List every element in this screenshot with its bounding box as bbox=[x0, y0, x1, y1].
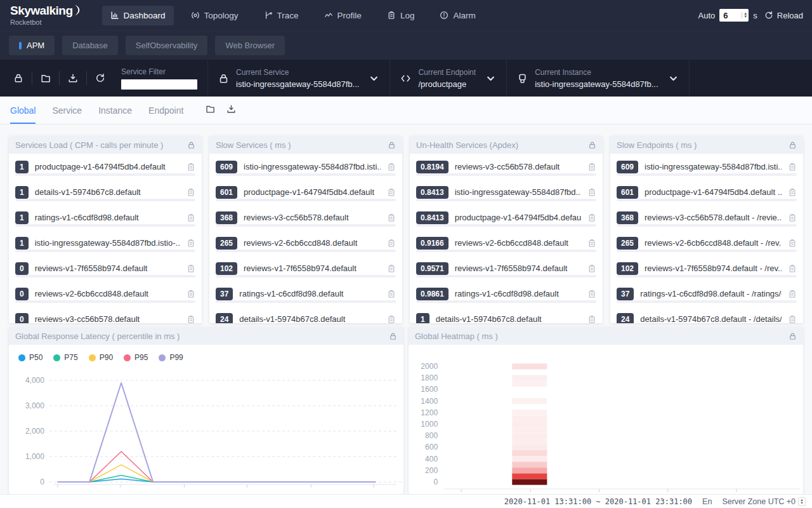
reload-button[interactable]: Reload bbox=[764, 11, 803, 20]
download-icon[interactable] bbox=[60, 73, 86, 83]
legend-p75[interactable]: P75 bbox=[53, 353, 77, 362]
copy-icon[interactable] bbox=[788, 163, 797, 171]
selector-current-instance[interactable]: Current Instanceistio-ingressgateway-558… bbox=[507, 68, 688, 89]
nav-item-dashboard[interactable]: Dashboard bbox=[102, 6, 174, 25]
list-item[interactable]: 24details-v1-5974b67c8.default - /detail… bbox=[617, 306, 797, 323]
list-item[interactable]: 0.9571reviews-v1-7f6558b974.default bbox=[416, 255, 596, 281]
lock-icon[interactable] bbox=[187, 141, 195, 149]
list-item[interactable]: 1ratings-v1-c6cdf8d98.default bbox=[15, 204, 195, 230]
list-item[interactable]: 609istio-ingressgateway-5584d87fbd.isti.… bbox=[617, 154, 797, 179]
copy-icon[interactable] bbox=[187, 315, 195, 324]
module-tab-web-browser[interactable]: Web Browser bbox=[215, 36, 285, 55]
nav-item-alarm[interactable]: Alarm bbox=[431, 6, 483, 25]
copy-icon[interactable] bbox=[788, 315, 797, 324]
list-item[interactable]: 1productpage-v1-64794f5db4.default bbox=[15, 154, 195, 179]
list-item[interactable]: 1istio-ingressgateway-5584d87fbd.istio-.… bbox=[15, 230, 195, 255]
legend-p50[interactable]: P50 bbox=[18, 353, 43, 362]
copy-icon[interactable] bbox=[387, 315, 396, 324]
lock-icon[interactable] bbox=[588, 141, 596, 149]
lock-icon[interactable] bbox=[389, 332, 397, 340]
copy-icon[interactable] bbox=[587, 213, 596, 222]
copy-icon[interactable] bbox=[587, 188, 596, 197]
copy-icon[interactable] bbox=[788, 264, 797, 273]
copy-icon[interactable] bbox=[788, 213, 797, 222]
list-item[interactable]: 0.8413productpage-v1-64794f5db4.default bbox=[416, 204, 596, 230]
copy-icon[interactable] bbox=[587, 163, 596, 171]
list-item[interactable]: 0.9861ratings-v1-c6cdf8d98.default bbox=[416, 281, 596, 306]
selector-current-service[interactable]: Current Serviceistio-ingressgateway-5584… bbox=[208, 68, 390, 89]
module-tab-database[interactable]: Database bbox=[62, 36, 118, 55]
legend-p99[interactable]: P99 bbox=[159, 353, 183, 362]
list-item[interactable]: 0reviews-v2-6cb6ccd848.default bbox=[15, 281, 195, 306]
list-item[interactable]: 601productpage-v1-64794f5db4.default bbox=[216, 179, 396, 204]
list-item[interactable]: 102reviews-v1-7f6558b974.default - /rev.… bbox=[617, 255, 797, 281]
copy-icon[interactable] bbox=[387, 239, 396, 248]
module-tab-apm[interactable]: APM bbox=[9, 36, 55, 55]
copy-icon[interactable] bbox=[587, 239, 596, 248]
module-tab-selfobservability[interactable]: SelfObservability bbox=[126, 36, 208, 55]
nav-item-profile[interactable]: Profile bbox=[316, 6, 370, 25]
copy-icon[interactable] bbox=[187, 264, 195, 273]
nav-item-trace[interactable]: Trace bbox=[256, 6, 307, 25]
copy-icon[interactable] bbox=[187, 213, 195, 222]
copy-icon[interactable] bbox=[187, 290, 195, 298]
lock-icon[interactable] bbox=[5, 73, 32, 83]
list-item[interactable]: 0.9166reviews-v2-6cb6ccd848.default bbox=[416, 230, 596, 255]
tab-global[interactable]: Global bbox=[10, 97, 36, 124]
list-item[interactable]: 37ratings-v1-c6cdf8d98.default - /rating… bbox=[617, 281, 797, 306]
list-item[interactable]: 265reviews-v2-6cb6ccd848.default - /rev.… bbox=[617, 230, 797, 255]
copy-icon[interactable] bbox=[387, 163, 396, 171]
nav-item-log[interactable]: Log bbox=[379, 6, 423, 25]
service-filter-input[interactable] bbox=[121, 79, 197, 90]
copy-icon[interactable] bbox=[187, 163, 195, 171]
legend-p90[interactable]: P90 bbox=[89, 353, 113, 362]
copy-icon[interactable] bbox=[788, 290, 797, 298]
auto-interval-input[interactable]: 6 ▲▼ bbox=[719, 9, 749, 22]
tab-instance[interactable]: Instance bbox=[98, 97, 132, 124]
latency-line-chart[interactable]: 01,0002,0003,0004,000 bbox=[9, 364, 403, 491]
copy-icon[interactable] bbox=[187, 188, 195, 197]
server-zone-control[interactable]: Server Zone UTC +0 ▲▼ bbox=[722, 497, 806, 506]
list-item[interactable]: 102reviews-v1-7f6558b974.default bbox=[216, 255, 396, 281]
copy-icon[interactable] bbox=[387, 264, 396, 273]
list-item[interactable]: 37ratings-v1-c6cdf8d98.default bbox=[216, 281, 396, 306]
list-item[interactable]: 265reviews-v2-6cb6ccd848.default bbox=[216, 230, 396, 255]
list-item[interactable]: 0.8413istio-ingressgateway-5584d87fbd...… bbox=[416, 179, 596, 204]
copy-icon[interactable] bbox=[788, 188, 797, 197]
tab-endpoint[interactable]: Endpoint bbox=[148, 97, 183, 124]
copy-icon[interactable] bbox=[587, 290, 596, 298]
copy-icon[interactable] bbox=[587, 315, 596, 324]
copy-icon[interactable] bbox=[587, 264, 596, 273]
copy-icon[interactable] bbox=[187, 239, 195, 248]
logo[interactable]: Skywalking Rocketbot bbox=[10, 4, 81, 27]
legend-p95[interactable]: P95 bbox=[124, 353, 148, 362]
lock-icon[interactable] bbox=[789, 332, 797, 340]
copy-icon[interactable] bbox=[387, 213, 396, 222]
list-item[interactable]: 0reviews-v1-7f6558b974.default bbox=[15, 255, 195, 281]
list-item[interactable]: 368reviews-v3-cc56b578.default - /revie.… bbox=[617, 204, 797, 230]
lock-icon[interactable] bbox=[789, 141, 797, 149]
refresh-icon[interactable] bbox=[87, 73, 114, 83]
copy-icon[interactable] bbox=[387, 290, 396, 298]
list-item[interactable]: 24details-v1-5974b67c8.default bbox=[216, 306, 396, 323]
copy-icon[interactable] bbox=[387, 188, 396, 197]
copy-icon[interactable] bbox=[788, 239, 797, 248]
list-item[interactable]: 0.8194reviews-v3-cc56b578.default bbox=[416, 154, 596, 179]
language-switch[interactable]: En bbox=[702, 497, 712, 506]
download-icon[interactable] bbox=[221, 104, 242, 116]
list-item[interactable]: 0reviews-v3-cc56b578.default bbox=[15, 306, 195, 323]
heatmap-chart[interactable]: 0200400600800100012001400160018002000 bbox=[409, 345, 803, 494]
folder-icon[interactable] bbox=[32, 73, 59, 83]
stepper-icon[interactable]: ▲▼ bbox=[742, 12, 749, 18]
zone-stepper-icon[interactable]: ▲▼ bbox=[798, 497, 806, 506]
tab-service[interactable]: Service bbox=[52, 97, 82, 124]
nav-item-topology[interactable]: Topology bbox=[183, 6, 247, 25]
list-item[interactable]: 601productpage-v1-64794f5db4.default ... bbox=[617, 179, 797, 204]
list-item[interactable]: 609istio-ingressgateway-5584d87fbd.isti.… bbox=[216, 154, 396, 179]
folder-icon[interactable] bbox=[200, 104, 221, 116]
lock-icon[interactable] bbox=[388, 141, 396, 149]
time-range-picker[interactable]: 2020-11-01 13:31:00 ~ 2020-11-01 23:31:0… bbox=[504, 497, 692, 506]
list-item[interactable]: 1details-v1-5974b67c8.default bbox=[15, 179, 195, 204]
list-item[interactable]: 1details-v1-5974b67c8.default bbox=[416, 306, 596, 323]
list-item[interactable]: 368reviews-v3-cc56b578.default bbox=[216, 204, 396, 230]
